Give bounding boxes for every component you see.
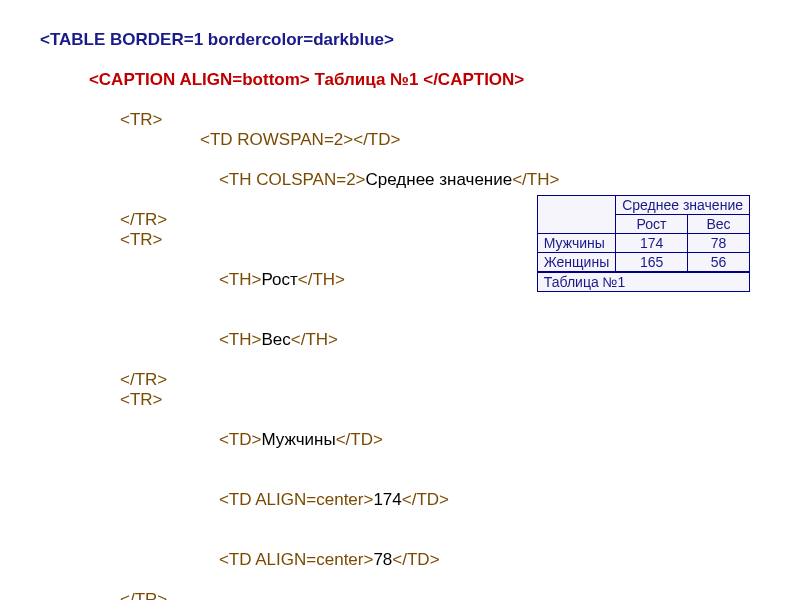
code-text: Таблица №1 [310, 70, 423, 89]
code-tag: </CAPTION> [423, 70, 524, 89]
code-text: 174 [373, 490, 401, 509]
table-cell-empty [537, 196, 615, 234]
table-cell: Мужчины [537, 234, 615, 253]
code-tag: <TD ROWSPAN=2></TD> [200, 130, 400, 149]
table-caption: Таблица №1 [537, 272, 750, 292]
code-tag: </TR> [120, 370, 167, 389]
code-tag: </TR> [120, 590, 167, 600]
code-text: 78 [373, 550, 392, 569]
table-header: Вес [687, 215, 749, 234]
code-line: <TABLE BORDER=1 bordercolor=darkblue> [40, 30, 394, 49]
code-tag: </TR> [120, 210, 167, 229]
code-tag: </TH> [291, 330, 338, 349]
code-tag: </TH> [298, 270, 345, 289]
code-text: Рост [261, 270, 297, 289]
code-tag: </TD> [336, 430, 383, 449]
code-tag: <TR> [120, 230, 163, 249]
code-tag: </TH> [512, 170, 559, 189]
table-cell: 56 [687, 253, 749, 272]
table-cell: 165 [616, 253, 688, 272]
table-row: Женщины 165 56 [537, 253, 749, 272]
table-row: Среднее значение [537, 196, 749, 215]
code-tag: <TH> [219, 270, 262, 289]
code-text: Вес [261, 330, 290, 349]
code-tag: <TD ALIGN=center> [219, 550, 374, 569]
code-tag: <TH> [219, 330, 262, 349]
code-listing: <TABLE BORDER=1 bordercolor=darkblue> <C… [40, 30, 760, 600]
rendered-table: Таблица №1 Среднее значение Рост Вес Муж… [537, 195, 750, 292]
table-cell: 78 [687, 234, 749, 253]
code-tag: <TD ALIGN=center> [219, 490, 374, 509]
code-tag: <TR> [120, 110, 163, 129]
code-text: Среднее значение [366, 170, 513, 189]
table-cell: Женщины [537, 253, 615, 272]
table-cell: 174 [616, 234, 688, 253]
table-header-span: Среднее значение [616, 196, 750, 215]
table-row: Мужчины 174 78 [537, 234, 749, 253]
code-text: Мужчины [261, 430, 335, 449]
code-tag: <TD> [219, 430, 262, 449]
code-tag: <CAPTION ALIGN=bottom> [89, 70, 310, 89]
table-header: Рост [616, 215, 688, 234]
code-tag: <TR> [120, 390, 163, 409]
code-tag: </TD> [392, 550, 439, 569]
code-tag: </TD> [402, 490, 449, 509]
code-tag: <TH COLSPAN=2> [219, 170, 366, 189]
